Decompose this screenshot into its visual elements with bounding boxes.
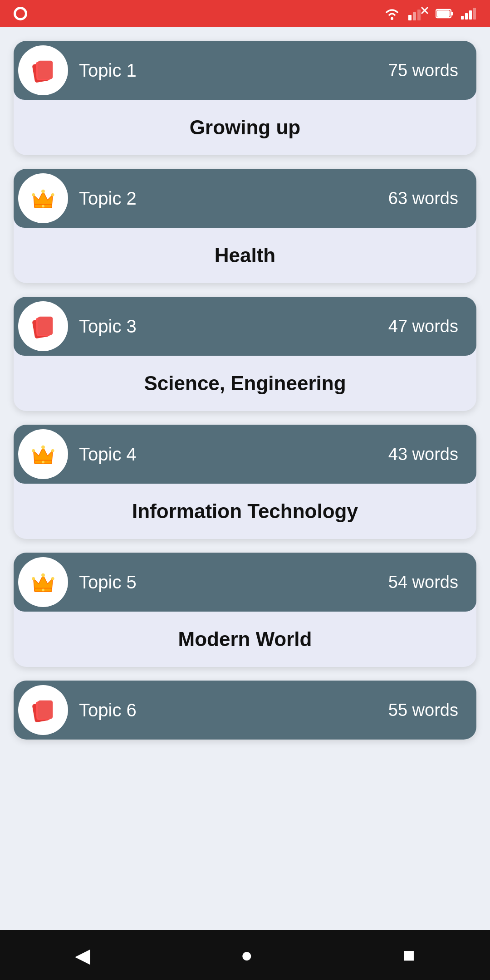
topic-name-1: Growing up [14,100,476,155]
topic-label-3: Topic 3 [79,316,388,337]
topic-words-5: 54 words [388,573,458,592]
topic-label-6: Topic 6 [79,700,388,720]
topic-card-6[interactable]: Topic 6 55 words [14,681,476,740]
svg-rect-24 [38,317,53,335]
svg-rect-1 [408,15,412,20]
svg-point-0 [391,17,393,20]
svg-marker-25 [34,447,53,461]
topic-name-4: Information Technology [14,484,476,539]
svg-rect-15 [38,61,53,79]
topic-header-5: Topic 5 54 words [14,553,476,612]
back-button[interactable]: ◀ [75,944,90,967]
topic-header-2: Topic 2 63 words [14,169,476,228]
topic-icon-2 [18,173,68,223]
topic-card-2[interactable]: Topic 2 63 words Health [14,169,476,283]
topic-header-1: Topic 1 75 words [14,41,476,100]
topic-header-4: Topic 4 43 words [14,425,476,484]
topic-words-1: 75 words [388,61,458,80]
topic-label-1: Topic 1 [79,60,388,81]
topic-icon-1 [18,45,68,95]
svg-point-30 [42,461,44,464]
svg-rect-2 [413,12,416,20]
svg-rect-11 [469,10,472,20]
battery-icon [436,8,454,19]
svg-rect-8 [437,10,450,17]
topic-icon-4 [18,429,68,479]
topic-icon-5 [18,557,68,607]
notification-dot [14,7,27,20]
bottom-nav: ◀ ● ■ [0,930,490,980]
topic-label-2: Topic 2 [79,188,388,209]
wifi-icon [383,7,401,20]
topic-words-2: 63 words [388,189,458,208]
signal-icon [408,7,428,20]
svg-point-18 [41,190,45,193]
svg-marker-31 [34,575,53,588]
svg-point-33 [41,573,45,577]
topic-words-3: 47 words [388,317,458,336]
svg-point-20 [51,193,54,196]
svg-point-21 [42,205,44,208]
svg-rect-7 [451,12,453,15]
status-bar-right [383,7,476,20]
svg-rect-10 [465,13,468,20]
topic-icon-6 [18,685,68,735]
svg-point-35 [51,577,54,580]
topic-name-2: Health [14,228,476,283]
topic-icon-3 [18,301,68,351]
topic-label-4: Topic 4 [79,444,388,465]
svg-point-28 [32,449,35,452]
topic-name-5: Modern World [14,612,476,667]
topic-card-4[interactable]: Topic 4 43 words Information Technology [14,425,476,539]
topic-name-3: Science, Engineering [14,356,476,411]
topic-header-3: Topic 3 47 words [14,297,476,356]
svg-marker-16 [34,191,53,205]
signal-bars-icon [461,8,476,20]
topic-label-5: Topic 5 [79,572,388,593]
svg-rect-12 [473,8,476,20]
svg-rect-9 [461,16,464,20]
svg-point-34 [32,577,35,580]
status-bar-left [14,7,27,20]
home-button[interactable]: ● [240,944,253,966]
status-bar [0,0,490,27]
svg-point-27 [41,446,45,449]
svg-rect-39 [38,701,53,719]
svg-point-36 [42,589,44,592]
svg-point-29 [51,449,54,452]
recent-button[interactable]: ■ [403,944,415,966]
topic-card-3[interactable]: Topic 3 47 words Science, Engineering [14,297,476,411]
svg-rect-3 [417,10,421,20]
svg-point-19 [32,193,35,196]
topic-words-4: 43 words [388,445,458,464]
topic-words-6: 55 words [388,701,458,720]
topic-list: Topic 1 75 words Growing up Topic 2 63 w… [0,27,490,930]
topic-header-6: Topic 6 55 words [14,681,476,740]
topic-card-1[interactable]: Topic 1 75 words Growing up [14,41,476,155]
topic-card-5[interactable]: Topic 5 54 words Modern World [14,553,476,667]
